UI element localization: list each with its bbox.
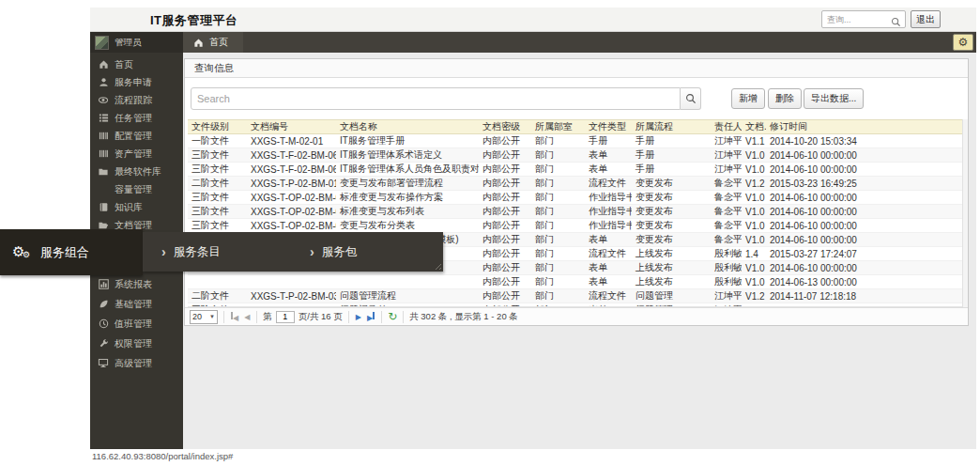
sidebar-item-12[interactable]: 基础管理 <box>90 294 183 314</box>
sidebar-item-2[interactable]: 服务申请 <box>90 73 183 91</box>
sidebar-item-label: 容量管理 <box>115 183 152 196</box>
desktop-icon <box>98 358 109 369</box>
cell: 内部公开 <box>479 303 531 308</box>
cell: 问题记录单 <box>336 303 479 308</box>
cell: 手册 <box>585 134 632 148</box>
cell: V1.0 <box>742 219 766 233</box>
sidebar-item-5[interactable]: 配置管理 <box>90 127 183 145</box>
sidebar-item-13[interactable]: 值班管理 <box>90 314 183 334</box>
cell: 标准变更与发布列表 <box>336 205 479 219</box>
settings-gear-button[interactable]: ⚙ <box>953 34 973 51</box>
cell: 变更与发布部署管理流程 <box>336 177 479 191</box>
sidebar-item-15[interactable]: 高级管理 <box>90 353 183 373</box>
cell: 问题管理流程 <box>336 289 479 303</box>
cell: XXGS-T-M-02-01 <box>247 134 336 148</box>
table-scrollbar[interactable] <box>962 119 968 307</box>
resize-handle[interactable] <box>433 261 441 270</box>
next-page-button[interactable]: ▶ <box>355 313 362 321</box>
page-number-input[interactable] <box>276 311 295 323</box>
cell: IT服务管理手册 <box>336 134 479 148</box>
cell: XXGS-T-OP-02-BM-001 <box>247 191 336 205</box>
table-row-3[interactable]: 三阶文件XXGS-T-F-02-BM-061IT服务管理体系人员角色及职责对照表… <box>188 163 962 177</box>
column-header[interactable]: 文档编号 <box>247 120 336 134</box>
chart-icon <box>98 279 109 290</box>
cell: 流程文件 <box>585 247 632 261</box>
cell: 三阶文件 <box>188 148 247 163</box>
cell: 2014-06-10 00:00:00 <box>766 205 962 219</box>
sidebar-item-1[interactable]: 首页 <box>90 55 183 73</box>
sidebar-item-label: 首页 <box>115 58 133 71</box>
sidebar-item-6[interactable]: 资产管理 <box>90 145 183 163</box>
last-page-button[interactable]: ▶ <box>366 312 375 322</box>
export-button[interactable]: 导出数据... <box>804 88 864 109</box>
sidebar-item-8[interactable]: 容量管理 <box>90 180 183 198</box>
cell: 作业指导书 <box>585 191 632 205</box>
sidebar-item-label: 流程跟踪 <box>115 94 152 107</box>
table-row-4[interactable]: 二阶文件XXGS-T-P-02-BM-01变更与发布部署管理流程内部公开部门流程… <box>188 177 962 191</box>
sidebar-item-14[interactable]: 权限管理 <box>90 334 183 353</box>
folder-icon <box>98 166 109 178</box>
cell: IT服务管理体系术语定义 <box>336 148 479 163</box>
sidebar-item-label: 值班管理 <box>115 318 152 331</box>
column-header[interactable]: 修订时间 <box>766 120 962 134</box>
table-search-input[interactable] <box>191 87 681 110</box>
refresh-icon[interactable]: ↻ <box>388 312 397 321</box>
cell: V1.0 <box>742 163 766 177</box>
cell: 部门 <box>531 275 585 289</box>
top-header: IT服务管理平台 退出 <box>90 8 976 32</box>
flyout-item-2[interactable]: ›服务包 <box>291 244 439 260</box>
column-header[interactable]: 所属流程 <box>632 120 711 134</box>
cell: 手册 <box>632 134 711 148</box>
table-row-6[interactable]: 三阶文件XXGS-T-OP-02-BM-002标准变更与发布列表内部公开部门作业… <box>188 205 962 219</box>
page-size-select[interactable]: 20▼ <box>190 310 218 324</box>
cell: 鲁念平 <box>711 205 742 219</box>
user-name: 管理员 <box>115 37 142 49</box>
home-icon <box>98 59 109 70</box>
logout-button[interactable]: 退出 <box>911 10 941 28</box>
query-panel: 查询信息 新增 删除 导出数据... 文件级别文档编号文档名称文档密级所属部室文… <box>184 58 969 326</box>
cell: 2015-03-27 17:24:07 <box>766 247 962 261</box>
sidebar-item-label: 资产管理 <box>115 148 152 161</box>
cell: 表单 <box>585 275 632 289</box>
gears-icon: ⚙⚙ <box>12 244 33 261</box>
column-header[interactable]: 文档... <box>742 120 766 134</box>
sidebar-item-4[interactable]: 任务管理 <box>90 109 183 127</box>
sidebar-item-service-portfolio[interactable]: ⚙⚙ 服务组合 <box>0 229 143 275</box>
table-row-5[interactable]: 三阶文件XXGS-T-OP-02-BM-001标准变更与发布操作方案内部公开部门… <box>188 191 962 205</box>
column-header[interactable]: 责任人 <box>711 120 742 134</box>
column-header[interactable]: 文档密级 <box>479 120 531 134</box>
table-row-12[interactable]: 二阶文件XXGS-T-P-02-BM-03问题管理流程内部公开部门流程文件问题管… <box>188 289 962 303</box>
cell: 上线发布 <box>632 247 711 261</box>
add-button[interactable]: 新增 <box>731 88 765 109</box>
column-header[interactable]: 文件类型 <box>585 120 632 134</box>
cell: 三阶文件 <box>188 205 247 219</box>
cell: 内部公开 <box>479 163 531 177</box>
column-header[interactable]: 文件级别 <box>188 120 247 134</box>
cell: 变更发布 <box>632 191 711 205</box>
cell: 部门 <box>531 289 585 303</box>
table-row-2[interactable]: 三阶文件XXGS-T-F-02-BM-060IT服务管理体系术语定义内部公开部门… <box>188 148 962 163</box>
flyout-item-1[interactable]: ›服务条目 <box>143 244 291 260</box>
delete-button[interactable]: 删除 <box>768 88 802 109</box>
table-body: 一阶文件XXGS-T-M-02-01IT服务管理手册内部公开部门手册手册江坤平V… <box>188 134 962 307</box>
sidebar-item-9[interactable]: 知识库 <box>90 198 183 216</box>
column-header[interactable]: 所属部室 <box>531 120 585 134</box>
prev-page-button[interactable]: ◀ <box>243 313 251 321</box>
divider <box>348 311 349 323</box>
table-row-11[interactable]: 内部公开部门表单上线发布殷利敏V1.02014-06-13 00:00:00 <box>188 275 962 289</box>
table-row-13[interactable]: 三阶文件XXGS-T-F-02-BM-006问题记录单内部公开部门表单问题管理江… <box>188 303 962 308</box>
table-row-1[interactable]: 一阶文件XXGS-T-M-02-01IT服务管理手册内部公开部门手册手册江坤平V… <box>188 134 962 148</box>
sidebar-item-3[interactable]: 流程跟踪 <box>90 91 183 109</box>
cell: 2014-06-13 00:00:00 <box>766 303 962 308</box>
column-header[interactable]: 文档名称 <box>336 120 479 134</box>
cell: 手册 <box>632 148 711 163</box>
sidebar-item-11[interactable]: 系统报表 <box>90 274 183 294</box>
chevron-right-icon: › <box>310 247 314 256</box>
tab-home[interactable]: 首页 <box>183 32 243 53</box>
cell: 部门 <box>531 191 585 205</box>
cell: 江坤平 <box>711 303 742 308</box>
sidebar-item-7[interactable]: 最终软件库 <box>90 163 183 180</box>
table-search-button[interactable] <box>681 87 701 110</box>
first-page-button[interactable]: ◀ <box>230 312 239 322</box>
user-menu[interactable]: 管理员 <box>90 32 183 53</box>
